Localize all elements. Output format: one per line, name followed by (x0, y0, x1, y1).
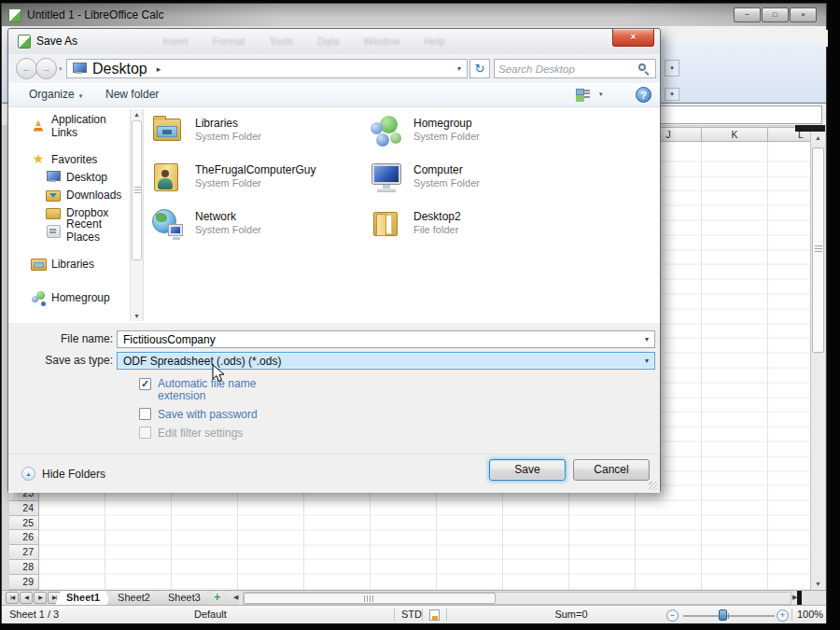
name-box-dropdown-icon[interactable]: ▾ (665, 60, 679, 77)
scroll-down-icon[interactable]: ▼ (131, 313, 143, 319)
checkbox-checked-icon[interactable]: ✓ (139, 378, 151, 390)
sheet-tab-bar: |◀ ◀ ▶ ▶| Sheet1Sheet2Sheet3+ ◀ ▶ (2, 590, 826, 605)
file-item-desktop2[interactable]: Desktop2File folder (369, 206, 587, 253)
calc-titlebar: Untitled 1 - LibreOffice Calc − □ × (2, 4, 826, 27)
close-icon[interactable]: × (790, 7, 817, 22)
hide-folders-arrow-icon[interactable]: ▲ (21, 467, 35, 481)
file-item-computer[interactable]: ComputerSystem Folder (369, 160, 587, 206)
scroll-down-icon[interactable]: ▼ (811, 581, 825, 587)
folder-icon (46, 205, 61, 219)
checkbox-unchecked-icon[interactable] (139, 408, 151, 420)
row-header-28[interactable]: 28 (9, 560, 39, 575)
checkbox-unchecked-icon[interactable] (139, 427, 151, 439)
file-name-combobox[interactable]: ▾ (117, 330, 655, 348)
checkbox-automatic-file-name-extension: ✓Automatic file name extension (139, 378, 281, 402)
sidebar-item-homegroup[interactable]: Homegroup (10, 288, 130, 306)
search-icon[interactable] (638, 63, 646, 71)
file-item-text: HomegroupSystem Folder (413, 113, 480, 143)
file-item-text: NetworkSystem Folder (195, 206, 261, 236)
sum-display: Sum=0 (511, 609, 632, 620)
first-sheet-icon[interactable]: |◀ (6, 592, 19, 604)
row-header-26[interactable]: 26 (9, 530, 39, 545)
sidebar-scrollbar-thumb[interactable] (132, 120, 142, 260)
recent-locations-dropdown-icon[interactable]: ▾ (59, 65, 63, 73)
breadcrumb-arrow-icon[interactable]: ▸ (157, 64, 161, 74)
sidebar-item-label: Desktop (66, 171, 107, 184)
save-as-type-combobox[interactable]: ODF Spreadsheet (.ods) (*.ods) ▾ (117, 352, 655, 370)
zoom-slider-track[interactable] (683, 615, 775, 617)
sheet-tab-sheet1[interactable]: Sheet1 (55, 591, 111, 606)
row-header-24[interactable]: 24 (9, 501, 39, 516)
chevron-down-icon: ▾ (79, 92, 83, 99)
scroll-up-icon[interactable]: ▲ (131, 111, 143, 118)
zoom-in-icon[interactable]: + (777, 609, 789, 622)
sidebar-scrollbar[interactable]: ▲ ▼ (130, 109, 144, 321)
breadcrumb[interactable]: Desktop ▸ ▾ (66, 59, 468, 78)
file-type: System Folder (413, 130, 480, 143)
file-item-homegroup[interactable]: HomegroupSystem Folder (369, 113, 587, 160)
sidebar-item-desktop[interactable]: Desktop (10, 168, 130, 186)
save-options-panel: File name: ▾ Save as type: ODF Spreadshe… (8, 323, 660, 454)
vertical-scrollbar[interactable]: ▲ ▼ (810, 132, 825, 590)
search-input[interactable] (497, 61, 632, 77)
zoom-out-icon[interactable]: − (666, 609, 679, 622)
file-item-text: ComputerSystem Folder (413, 160, 480, 189)
zoom-slider-thumb[interactable] (719, 609, 727, 621)
refresh-icon[interactable]: ↻ (469, 59, 490, 78)
vertical-scrollbar-thumb[interactable] (812, 147, 824, 353)
sheet-tab-sheet2[interactable]: Sheet2 (106, 591, 161, 606)
checkbox-save-with-password: Save with password (139, 408, 258, 421)
toolbar-dropdown-icon[interactable]: ▾ (665, 88, 679, 101)
folder-icon (369, 206, 404, 242)
vertical-split-handle[interactable] (795, 125, 825, 132)
sidebar-item-recent-places[interactable]: Recent Places (10, 221, 130, 239)
help-icon[interactable]: ? (636, 87, 651, 103)
sheet-tab-sheet3[interactable]: Sheet3 (157, 591, 212, 606)
minimize-icon[interactable]: − (734, 7, 761, 22)
next-sheet-icon[interactable]: ▶ (34, 592, 47, 604)
back-icon[interactable]: ← (16, 58, 37, 79)
dialog-close-icon[interactable]: × (612, 29, 654, 47)
file-item-libraries[interactable]: LibrariesSystem Folder (150, 113, 369, 160)
user-icon (150, 160, 186, 195)
scroll-up-icon[interactable]: ▲ (811, 134, 825, 141)
previous-sheet-icon[interactable]: ◀ (20, 592, 33, 604)
row-header-27[interactable]: 27 (9, 545, 39, 560)
computer-icon (369, 160, 404, 195)
libraries-icon (31, 257, 46, 271)
save-as-type-value: ODF Spreadsheet (.ods) (*.ods) (123, 355, 281, 368)
file-name-input[interactable] (121, 331, 635, 347)
file-item-thefrugalcomputerguy[interactable]: TheFrugalComputerGuySystem Folder (150, 160, 369, 206)
address-dropdown-icon[interactable]: ▾ (457, 64, 461, 73)
checkbox-label[interactable]: Save with password (158, 409, 258, 421)
sidebar-item-downloads[interactable]: Downloads (10, 186, 130, 203)
row-header-29[interactable]: 29 (9, 575, 39, 590)
cancel-button[interactable]: Cancel (573, 459, 650, 481)
file-name-label: File name: (8, 332, 113, 345)
horizontal-scrollbar-thumb[interactable] (244, 593, 496, 604)
sidebar-item-favorites[interactable]: ★Favorites (10, 150, 130, 168)
hide-folders-button[interactable]: Hide Folders (42, 468, 105, 481)
dialog-titlebar[interactable]: Save As InsertFormatToolsDataWindowHelp … (8, 29, 660, 54)
horizontal-split-handle[interactable] (797, 591, 802, 606)
organize-button[interactable]: Organize▾ (29, 88, 82, 101)
file-item-network[interactable]: NetworkSystem Folder (150, 206, 369, 253)
save-button[interactable]: Save (489, 459, 566, 481)
sidebar-item-libraries[interactable]: Libraries (10, 255, 130, 273)
tab-scroll-left-icon[interactable]: ◀ (233, 594, 238, 601)
new-folder-button[interactable]: New folder (105, 88, 159, 101)
status-bar: Sheet 1 / 3 Default STD Sum=0 − + 100% (2, 605, 826, 623)
chevron-down-icon[interactable]: ▾ (639, 331, 654, 347)
libreoffice-calc-dialog-icon (18, 35, 31, 49)
sidebar-item-application-links[interactable]: Application Links (10, 117, 130, 134)
forward-icon[interactable]: → (35, 58, 57, 79)
horizontal-scrollbar[interactable] (243, 592, 791, 605)
maximize-icon[interactable]: □ (762, 7, 789, 22)
column-header-K[interactable]: K (702, 128, 768, 142)
row-header-25[interactable]: 25 (9, 516, 39, 531)
views-button[interactable]: ▾ (576, 88, 606, 103)
breadcrumb-location[interactable]: Desktop (92, 61, 147, 77)
file-name: Homegroup (413, 117, 480, 130)
chevron-down-icon[interactable]: ▾ (639, 353, 654, 369)
file-name: Libraries (195, 117, 261, 130)
